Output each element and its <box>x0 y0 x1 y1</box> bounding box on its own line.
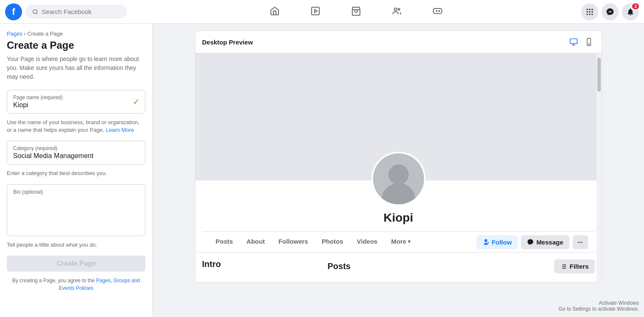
profile-name: Kiopi <box>202 211 595 225</box>
check-icon: ✓ <box>133 97 140 107</box>
nav-home[interactable] <box>254 2 295 22</box>
nav-gaming[interactable] <box>417 2 458 22</box>
svg-point-11 <box>589 11 590 12</box>
cover-photo-area <box>195 53 602 181</box>
windows-activate-line2: Go to Settings to activate Windows. <box>559 306 639 312</box>
svg-point-12 <box>591 11 593 12</box>
message-button[interactable]: Message <box>521 235 569 249</box>
bio-label: Bio (optional) <box>13 189 139 195</box>
fb-logo-letter: f <box>12 6 15 17</box>
intro-column: Intro <box>202 259 321 278</box>
nav-marketplace[interactable] <box>336 2 376 22</box>
message-button-label: Message <box>536 239 563 246</box>
follow-button[interactable]: Follow <box>477 235 518 249</box>
category-field[interactable]: Category (required) <box>7 141 145 164</box>
nav-groups[interactable] <box>376 2 417 22</box>
notifications-button[interactable]: 3 <box>622 3 639 20</box>
intro-title: Intro <box>202 259 321 269</box>
tab-more[interactable]: More ▾ <box>384 232 417 252</box>
messenger-button[interactable] <box>602 3 619 20</box>
bio-hint: Tell people a little about what you do. <box>7 241 145 249</box>
svg-point-10 <box>587 11 588 12</box>
svg-point-15 <box>591 14 593 15</box>
bio-input[interactable] <box>13 196 139 230</box>
nav-watch[interactable] <box>295 2 336 22</box>
svg-rect-16 <box>570 39 577 44</box>
category-input[interactable] <box>13 152 139 160</box>
svg-point-6 <box>439 11 440 11</box>
filters-icon <box>560 263 567 270</box>
breadcrumb-parent-link[interactable]: Pages <box>7 31 22 37</box>
svg-point-9 <box>591 8 593 10</box>
category-hint: Enter a category that best describes you… <box>7 170 145 177</box>
desktop-view-button[interactable] <box>568 36 580 48</box>
profile-tabs-row: Posts About Followers Photos Videos More… <box>202 231 595 252</box>
page-name-hint: Use the name of your business, brand or … <box>7 119 145 134</box>
follow-icon <box>482 239 489 245</box>
filters-button[interactable]: Filters <box>554 259 594 273</box>
svg-point-14 <box>589 14 590 15</box>
mobile-icon <box>585 38 593 46</box>
nav-left: f <box>5 3 158 20</box>
terms-text: By creating a Page, you agree to the Pag… <box>7 277 145 292</box>
mobile-view-button[interactable] <box>583 36 595 48</box>
preview-view-icons <box>568 36 595 48</box>
notifications-badge: 3 <box>631 3 640 10</box>
more-actions-button[interactable]: ··· <box>573 235 588 249</box>
page-name-input[interactable] <box>13 101 139 109</box>
profile-avatar-wrap <box>371 152 426 206</box>
profile-actions: Follow Message ··· <box>477 235 588 249</box>
svg-point-7 <box>587 8 588 10</box>
breadcrumb-current: Create a Page <box>27 31 63 37</box>
follow-button-label: Follow <box>492 239 512 246</box>
posts-header: Posts Filters <box>328 259 595 273</box>
right-panel: Desktop Preview <box>153 24 644 317</box>
home-icon <box>270 6 280 16</box>
search-bar[interactable] <box>25 5 127 19</box>
tab-videos[interactable]: Videos <box>350 232 385 252</box>
windows-activate-line1: Activate Windows <box>559 300 639 306</box>
posts-column: Posts Filters <box>328 259 595 278</box>
facebook-logo[interactable]: f <box>5 3 22 20</box>
svg-point-18 <box>588 44 589 44</box>
posts-title: Posts <box>328 261 351 271</box>
page-layout: Pages › Create a Page Create a Page Your… <box>0 24 644 317</box>
breadcrumb: Pages › Create a Page <box>7 31 145 37</box>
message-icon <box>527 239 534 245</box>
menu-button[interactable] <box>581 3 598 20</box>
groups-icon <box>392 6 402 16</box>
scrollbar-thumb[interactable] <box>597 58 601 92</box>
tab-followers[interactable]: Followers <box>272 232 315 252</box>
marketplace-icon <box>351 6 361 16</box>
page-name-field[interactable]: Page name (required) ✓ <box>7 90 145 114</box>
tab-photos[interactable]: Photos <box>315 232 350 252</box>
top-navigation: f 3 <box>0 0 644 24</box>
desktop-icon <box>569 38 578 46</box>
bio-field[interactable]: Bio (optional) <box>7 184 145 236</box>
avatar-person <box>373 153 424 204</box>
svg-point-13 <box>587 14 588 15</box>
chevron-down-icon: ▾ <box>408 239 410 245</box>
page-name-label: Page name (required) <box>13 95 139 100</box>
preview-title: Desktop Preview <box>202 39 253 46</box>
avatar-body <box>382 183 415 204</box>
profile-avatar <box>371 152 426 206</box>
page-title: Create a Page <box>7 39 145 51</box>
scrollbar-track <box>597 53 602 282</box>
nav-center <box>161 2 551 22</box>
search-input[interactable] <box>42 8 120 15</box>
preview-container: Desktop Preview <box>195 31 602 283</box>
tab-posts[interactable]: Posts <box>209 232 240 252</box>
create-page-button[interactable]: Create Page <box>7 256 145 272</box>
category-label: Category (required) <box>13 145 139 151</box>
preview-scroll-area[interactable]: Kiopi Posts About Followers Photos Video… <box>195 53 602 282</box>
messenger-icon <box>606 8 614 16</box>
tab-about[interactable]: About <box>240 232 271 252</box>
svg-point-0 <box>33 9 37 14</box>
learn-more-link[interactable]: Learn More <box>106 127 134 133</box>
search-icon <box>32 8 38 15</box>
windows-watermark: Activate Windows Go to Settings to activ… <box>559 300 639 312</box>
nav-right: 3 <box>554 3 639 20</box>
pages-policy-link[interactable]: Pages <box>96 278 111 284</box>
svg-point-8 <box>589 8 590 10</box>
